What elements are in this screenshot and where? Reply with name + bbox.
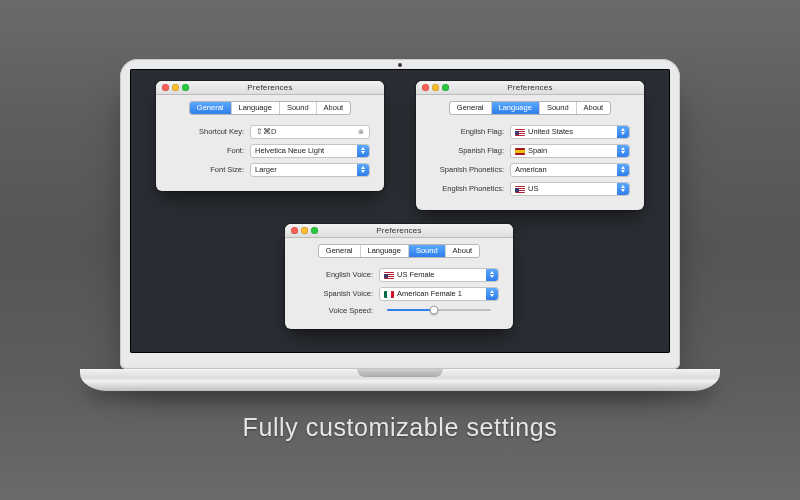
tab-bar: General Language Sound About [449,101,611,115]
english-phonetics-select[interactable]: US [510,182,630,196]
row-spanish-voice: Spanish Voice: American Female 1 [299,287,499,301]
mexico-flag-icon [384,291,394,298]
value-wrap: US Female [384,270,435,279]
label-font-size: Font Size: [170,165,244,174]
titlebar[interactable]: Preferences [156,81,384,95]
tab-language[interactable]: Language [492,102,540,114]
row-spanish-phonetics: Spanish Phonetics: American [430,163,630,177]
form: English Flag: United States Spanish Flag… [416,115,644,210]
us-flag-icon [515,186,525,193]
us-flag-icon [384,272,394,279]
value-wrap: American Female 1 [384,289,462,298]
font-value: Helvetica Neue Light [255,146,324,155]
spanish-phonetics-select[interactable]: American [510,163,630,177]
tab-bar: General Language Sound About [318,244,480,258]
tab-language[interactable]: Language [232,102,280,114]
label-shortcut: Shortcut Key: [170,127,244,136]
tab-sound[interactable]: Sound [540,102,577,114]
voice-speed-slider[interactable] [379,309,499,311]
label-spanish-voice: Spanish Voice: [299,289,373,298]
chevron-updown-icon [617,164,629,176]
label-font: Font: [170,146,244,155]
tab-general[interactable]: General [190,102,232,114]
value-wrap: Spain [515,146,547,155]
window-title: Preferences [416,83,644,92]
chevron-updown-icon [617,145,629,157]
label-english-flag: English Flag: [430,127,504,136]
tab-sound[interactable]: Sound [280,102,317,114]
slider-fill [387,309,434,311]
marketing-caption: Fully customizable settings [243,413,558,442]
row-font-size: Font Size: Larger [170,163,370,177]
label-voice-speed: Voice Speed: [299,306,373,315]
titlebar[interactable]: Preferences [416,81,644,95]
spanish-voice-value: American Female 1 [397,289,462,298]
spain-flag-icon [515,148,525,155]
slider-thumb[interactable] [429,306,438,315]
tab-about[interactable]: About [446,245,480,257]
row-english-flag: English Flag: United States [430,125,630,139]
tab-language[interactable]: Language [361,245,409,257]
desktop: Preferences General Language Sound About… [130,69,670,353]
font-select[interactable]: Helvetica Neue Light [250,144,370,158]
value-wrap: US [515,184,538,193]
camera-dot [398,63,402,67]
shortcut-input[interactable]: ⇧⌘D ⊗ [250,125,370,139]
laptop-deck [80,369,720,391]
spanish-voice-select[interactable]: American Female 1 [379,287,499,301]
hinge-notch [357,369,443,377]
spanish-flag-select[interactable]: Spain [510,144,630,158]
chevron-updown-icon [617,126,629,138]
spanish-phonetics-value: American [515,165,547,174]
font-size-value: Larger [255,165,277,174]
record-icon: ⊗ [358,128,364,136]
english-phonetics-value: US [528,184,538,193]
row-english-voice: English Voice: US Female [299,268,499,282]
chevron-updown-icon [357,164,369,176]
preferences-window-general: Preferences General Language Sound About… [156,81,384,191]
form: English Voice: US Female Spanish Voice: … [285,258,513,329]
macbook-frame: Preferences General Language Sound About… [80,59,720,391]
shortcut-value: ⇧⌘D [256,127,276,136]
english-voice-value: US Female [397,270,435,279]
tab-bar: General Language Sound About [189,101,351,115]
window-title: Preferences [156,83,384,92]
chevron-updown-icon [486,269,498,281]
label-english-phonetics: English Phonetics: [430,184,504,193]
tab-about[interactable]: About [317,102,351,114]
chevron-updown-icon [617,183,629,195]
row-font: Font: Helvetica Neue Light [170,144,370,158]
preferences-window-sound: Preferences General Language Sound About… [285,224,513,329]
preferences-window-language: Preferences General Language Sound About… [416,81,644,210]
spanish-flag-value: Spain [528,146,547,155]
label-english-voice: English Voice: [299,270,373,279]
row-voice-speed: Voice Speed: [299,306,499,315]
form: Shortcut Key: ⇧⌘D ⊗ Font: Helvetica Neue… [156,115,384,191]
row-shortcut: Shortcut Key: ⇧⌘D ⊗ [170,125,370,139]
row-spanish-flag: Spanish Flag: Spain [430,144,630,158]
bezel: Preferences General Language Sound About… [120,59,680,369]
tab-general[interactable]: General [450,102,492,114]
value-wrap: United States [515,127,573,136]
row-english-phonetics: English Phonetics: US [430,182,630,196]
label-spanish-phonetics: Spanish Phonetics: [430,165,504,174]
tab-general[interactable]: General [319,245,361,257]
label-spanish-flag: Spanish Flag: [430,146,504,155]
slider-track [387,309,491,311]
english-flag-value: United States [528,127,573,136]
us-flag-icon [515,129,525,136]
titlebar[interactable]: Preferences [285,224,513,238]
english-voice-select[interactable]: US Female [379,268,499,282]
chevron-updown-icon [357,145,369,157]
tab-sound[interactable]: Sound [409,245,446,257]
font-size-select[interactable]: Larger [250,163,370,177]
window-title: Preferences [285,226,513,235]
chevron-updown-icon [486,288,498,300]
english-flag-select[interactable]: United States [510,125,630,139]
tab-about[interactable]: About [577,102,611,114]
